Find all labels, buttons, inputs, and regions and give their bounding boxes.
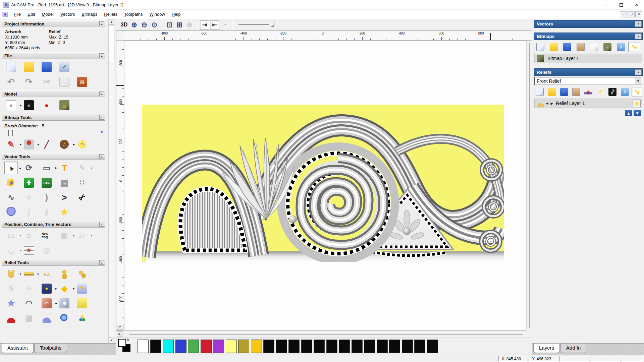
star-relief-icon[interactable]: ★ [4, 297, 18, 310]
relief-clipart-icon[interactable]: ↷ [75, 282, 89, 295]
scroll-up-button[interactable]: ▲ [109, 19, 114, 25]
spin-profile-icon[interactable] [4, 206, 18, 219]
menu-model[interactable]: Model [38, 10, 57, 18]
palette-swatch[interactable] [377, 340, 388, 353]
flyout-arrow-icon[interactable]: ▸ [55, 287, 57, 290]
collapse-button[interactable]: ▲ [635, 69, 642, 75]
new-model-icon[interactable] [4, 61, 18, 73]
minimize-button[interactable]: ─ [598, 0, 613, 10]
open-model-icon[interactable] [22, 61, 36, 73]
delete-relief-layer-icon[interactable]: ▯ [619, 87, 630, 97]
greyscale-preview-icon[interactable]: ▞ [607, 87, 618, 97]
flyout-arrow-icon[interactable]: ▸ [91, 166, 93, 170]
rollup-button[interactable]: ▲ [99, 115, 104, 120]
move-layer-down-button[interactable]: ▼ [634, 110, 641, 116]
palette-swatch[interactable] [389, 340, 400, 353]
palette-swatch[interactable] [251, 340, 262, 353]
scrollbar-line[interactable] [529, 43, 530, 328]
snap-grid-icon[interactable]: ✚ [22, 176, 36, 189]
weave-wizard-icon[interactable]: ✳ [22, 282, 36, 295]
zoom-previous-icon[interactable]: ⊙ [150, 20, 159, 29]
measure-icon[interactable]: ◎ [4, 176, 18, 189]
weld-vectors-icon[interactable]: ▱▸ [75, 229, 89, 242]
palette-swatch[interactable] [314, 340, 325, 353]
palette-swatch[interactable] [188, 340, 199, 353]
palette-swatch[interactable] [213, 340, 224, 353]
text-on-curve-icon[interactable]: ◌ [22, 229, 36, 242]
palette-swatch[interactable] [402, 340, 413, 353]
relief-visibility-icon[interactable] [595, 87, 606, 97]
combine-vectors-icon[interactable]: ▣▸ [58, 229, 71, 242]
scrollbar-line[interactable] [129, 334, 523, 335]
palette-swatch[interactable] [427, 340, 438, 353]
rollup-button[interactable]: ▲ [99, 53, 104, 58]
paint-icon[interactable]: ✎▸ [4, 138, 18, 151]
node-editing-icon[interactable]: ∿ [4, 191, 18, 204]
view-3d-button[interactable]: 3D [119, 20, 129, 29]
redo-icon[interactable]: ↷ [22, 75, 36, 88]
colour-picker-icon[interactable]: ╱ [40, 138, 53, 151]
flyout-arrow-icon[interactable]: ▸ [73, 287, 75, 290]
tab-assistant[interactable]: Assistant [2, 344, 34, 353]
palette-swatch[interactable] [150, 340, 161, 353]
menu-help[interactable]: Help [168, 10, 184, 18]
scrollbar-thumb[interactable] [109, 25, 114, 62]
restore-button[interactable] [613, 0, 629, 10]
scroll-expand-button[interactable]: ▶ [117, 331, 122, 337]
cut-icon[interactable]: ✂ [40, 75, 53, 88]
paste-relief-layer-icon[interactable] [571, 87, 582, 97]
zoom-in-icon[interactable]: ⊕ [129, 20, 139, 29]
tab-add-in[interactable]: Add In [560, 344, 586, 353]
create-rectangle-icon[interactable]: ▭▸ [40, 162, 53, 174]
menu-edit[interactable]: Edit [24, 10, 38, 18]
transform-vectors-icon[interactable]: ⟳ [22, 162, 36, 174]
layer-visibility-button[interactable] [633, 100, 641, 107]
star-wizard-icon[interactable]: ★ [58, 206, 71, 219]
bitmap-layer-row[interactable]: Bitmap Layer 1 [534, 54, 642, 63]
horizontal-scrollbar[interactable]: ▶ [116, 330, 526, 337]
texture-relief-icon[interactable]: ✽ [58, 297, 71, 310]
expand-arrow-icon[interactable]: ▶ [551, 102, 553, 105]
stamp-relief-icon[interactable]: ◆▸ [58, 282, 71, 295]
flower-shape-icon[interactable] [75, 312, 89, 324]
tab-toolpaths[interactable]: Toolpaths [34, 344, 67, 353]
palette-swatch[interactable] [175, 340, 186, 353]
palette-swatch[interactable] [364, 340, 375, 353]
menu-file[interactable]: File [10, 10, 24, 18]
flyout-arrow-icon[interactable]: ▸ [73, 142, 75, 146]
swept-profile-icon[interactable]: ◠▸ [40, 297, 53, 310]
zoom-out-icon[interactable]: ⊖ [140, 20, 149, 29]
model-lighting-icon[interactable]: ● [40, 99, 53, 112]
palette-swatch[interactable] [276, 340, 287, 353]
primary-secondary-colours[interactable]: ∞ [118, 339, 133, 354]
dome-relief-icon[interactable] [58, 267, 71, 280]
mdi-document-icon[interactable]: A [2, 12, 8, 17]
assistant-scrollbar[interactable]: ▲ ▼ [108, 19, 114, 343]
menu-reliefs[interactable]: Reliefs [101, 10, 121, 18]
save-model-icon[interactable]: ▪ [40, 61, 53, 73]
two-rail-sweep-icon[interactable]: ◠ [22, 297, 36, 310]
select-vectors-icon[interactable]: ▲▸ [4, 162, 18, 174]
new-bitmap-layer-icon[interactable] [534, 42, 546, 52]
menu-window[interactable]: Window [146, 10, 168, 18]
new-relief-layer-icon[interactable] [534, 87, 545, 97]
dome-shape-icon[interactable] [40, 312, 53, 324]
sphere-shape-icon[interactable] [58, 312, 71, 324]
palette-swatch[interactable] [339, 340, 350, 353]
mdi-restore-button[interactable]: ❐ [628, 11, 635, 17]
flyout-arrow-icon[interactable]: ▸ [55, 301, 57, 305]
profile-icon[interactable]: ∮ [40, 206, 53, 219]
polyline-icon[interactable]: > [58, 191, 71, 204]
fillet-icon[interactable]: ◡▸ [4, 244, 18, 257]
toggle-vector-visibility-icon[interactable]: ⇤ [210, 20, 219, 29]
rollup-button[interactable]: ▲ [99, 222, 104, 227]
scroll-down-button[interactable]: ▼ [109, 338, 114, 343]
flyout-arrow-icon[interactable]: ▸ [38, 142, 39, 146]
flyout-arrow-icon[interactable]: ▸ [20, 142, 21, 146]
magic-fill-icon[interactable]: ◠ [75, 138, 89, 151]
palette-swatch[interactable] [163, 340, 174, 353]
rough-sketch-icon[interactable]: ≈ [22, 191, 36, 204]
preview-relief-icon[interactable]: ◔ [220, 20, 229, 29]
nesting-icon[interactable]: Nes ting [40, 229, 53, 242]
flyout-arrow-icon[interactable]: ▸ [20, 248, 21, 252]
